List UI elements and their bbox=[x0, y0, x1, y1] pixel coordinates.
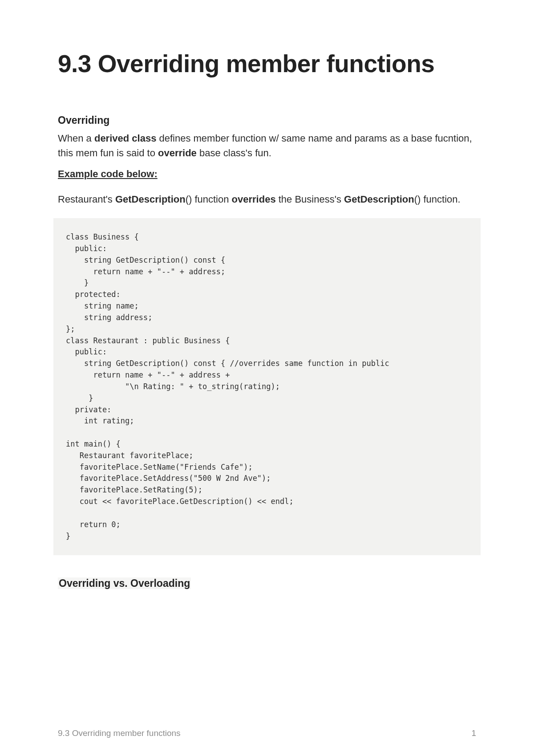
text-fragment: () function. bbox=[414, 194, 461, 205]
text-fragment: () function bbox=[186, 194, 232, 205]
code-block: class Business { public: string GetDescr… bbox=[53, 218, 481, 555]
overriding-paragraph-2: Restaurant's GetDescription() function o… bbox=[58, 192, 476, 207]
page-title: 9.3 Overriding member functions bbox=[58, 49, 476, 79]
text-bold-getdescription-1: GetDescription bbox=[115, 194, 186, 205]
footer-page-number: 1 bbox=[471, 728, 476, 738]
section-heading-overriding: Overriding bbox=[58, 114, 476, 126]
text-fragment: base class's fun. bbox=[197, 147, 271, 159]
text-bold-overrides: overrides bbox=[232, 194, 276, 205]
text-bold-derived-class: derived class bbox=[94, 133, 156, 144]
text-fragment: When a bbox=[58, 133, 94, 144]
page-footer: 9.3 Overriding member functions 1 bbox=[58, 728, 476, 738]
section-heading-overriding-vs-overloading: Overriding vs. Overloading bbox=[58, 577, 476, 589]
text-fragment: the Business's bbox=[276, 194, 344, 205]
footer-title: 9.3 Overriding member functions bbox=[58, 728, 181, 738]
text-bold-override: override bbox=[158, 147, 197, 159]
example-code-label: Example code below: bbox=[58, 167, 476, 186]
heading-highlight: Overriding vs. Overloading bbox=[58, 577, 191, 589]
example-code-underline: Example code below: bbox=[58, 167, 158, 181]
text-bold-getdescription-2: GetDescription bbox=[344, 194, 414, 205]
document-page: 9.3 Overriding member functions Overridi… bbox=[0, 0, 534, 589]
overriding-paragraph-1: When a derived class defines member func… bbox=[58, 131, 476, 160]
text-fragment: Restaurant's bbox=[58, 194, 115, 205]
